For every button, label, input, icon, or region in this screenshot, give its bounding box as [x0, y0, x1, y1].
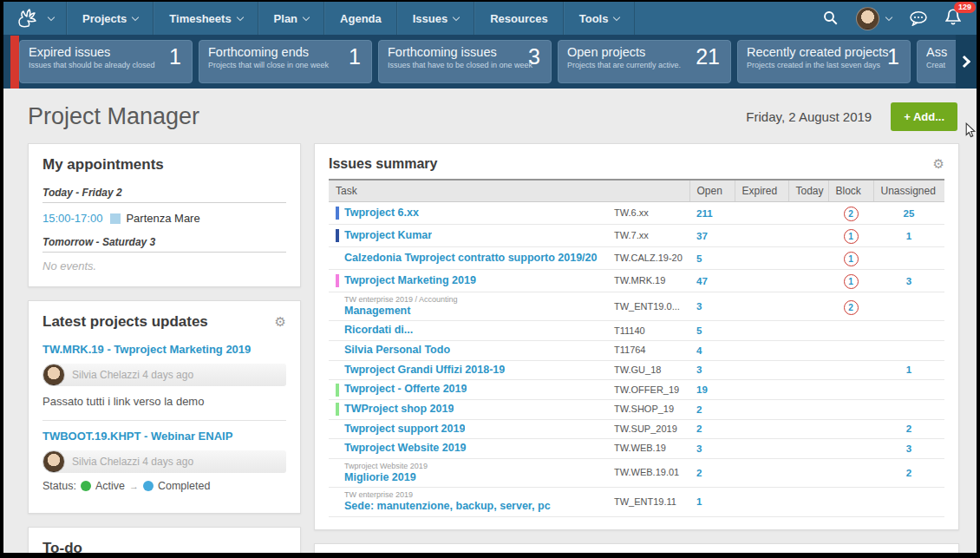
unassigned-count[interactable]: 2 [873, 458, 944, 487]
expired-count [735, 321, 788, 341]
column-header-expired[interactable]: Expired [735, 180, 788, 202]
unassigned-count[interactable]: 1 [873, 360, 944, 380]
issue-summary-row: Twproject Website 2019 TW.WEB.19 3 [329, 439, 944, 459]
task-link[interactable]: Twproject - Offerte 2019 [344, 383, 467, 397]
block-count-badge[interactable]: 1 [844, 252, 859, 266]
unassigned-count[interactable]: 3 [873, 270, 944, 292]
open-count[interactable]: 3 [689, 360, 735, 380]
user-menu[interactable] [856, 7, 892, 30]
unassigned-count[interactable] [873, 321, 944, 341]
issues-summary-panel: Issues summary ⚙ Task Open Expired [314, 143, 959, 530]
gear-icon[interactable]: ⚙ [275, 316, 286, 329]
block-count-badge[interactable]: 2 [844, 300, 859, 315]
stat-card[interactable]: Forthcoming issues 3 Issues that have to… [378, 40, 552, 83]
task-link[interactable]: Sede: manutenzione, backup, server, pc [344, 500, 551, 514]
stat-card-title: Forthcoming issues [388, 45, 542, 59]
project-color-bar [336, 344, 339, 357]
column-header-task[interactable]: Task [329, 180, 689, 202]
expired-count [735, 360, 788, 380]
unassigned-count[interactable]: 1 [873, 225, 944, 247]
open-count[interactable]: 1 [689, 488, 735, 516]
gear-icon[interactable]: ⚙ [933, 158, 944, 171]
nav-menu-item[interactable]: Resources [474, 2, 563, 35]
stat-card[interactable]: Recently created projects 1 Projects cre… [737, 40, 911, 83]
nav-menu-item[interactable]: Tools [564, 2, 636, 35]
stat-card[interactable]: Expired issues 1 Issues that should be a… [19, 40, 193, 83]
column-header-today[interactable]: Today [788, 180, 828, 202]
header-right: Friday, 2 August 2019 + Add... [746, 102, 957, 131]
stat-card[interactable]: Open projects 21 Projects that are curre… [558, 40, 731, 83]
nav-menu-item[interactable]: Plan [258, 2, 324, 35]
open-count[interactable]: 4 [689, 341, 735, 361]
add-button[interactable]: + Add... [891, 102, 957, 131]
open-count[interactable]: 2 [689, 419, 735, 439]
appointments-tomorrow-header: Tomorrow - Saturday 3 [42, 230, 286, 253]
block-count-badge[interactable]: 2 [844, 207, 859, 221]
expired-count [735, 399, 788, 419]
open-count[interactable]: 37 [689, 225, 735, 247]
expired-count [735, 458, 788, 487]
unassigned-count[interactable] [873, 247, 944, 270]
app-logo-menu[interactable] [3, 2, 67, 35]
unassigned-count[interactable] [873, 399, 944, 419]
task-code: TW.SUP_2019 [607, 419, 689, 439]
task-link[interactable]: Twproject Grandi Uffizi 2018-19 [344, 364, 505, 377]
task-link[interactable]: Twproject Kumar [344, 229, 432, 243]
project-link[interactable]: TWBOOT.19.KHPT - Webinar ENAIP [42, 430, 286, 443]
unassigned-count[interactable] [873, 292, 944, 321]
search-icon[interactable] [823, 10, 839, 26]
open-count[interactable]: 211 [689, 202, 735, 225]
update-note: Passato tutti i link verso la demo [42, 395, 286, 408]
task-link[interactable]: Twproject support 2019 [344, 423, 465, 437]
expired-count [735, 292, 788, 321]
task-link[interactable]: Calzedonia Twproject contratto supporto … [344, 252, 598, 266]
column-header-open[interactable]: Open [689, 180, 735, 202]
task-link[interactable]: Ricordati di... [344, 324, 413, 338]
issue-summary-row: TW enterprise 2019 Sede: manutenzione, b… [329, 488, 944, 516]
task-link[interactable]: Twproject 6.xx [344, 207, 419, 220]
task-link[interactable]: Management [344, 305, 458, 318]
update-entry: TW.MRK.19 - Twproject Marketing 2019 Sil… [42, 338, 286, 417]
project-color-bar [336, 207, 339, 220]
block-count-badge[interactable]: 1 [844, 274, 859, 289]
chat-icon[interactable] [909, 10, 928, 26]
task-link[interactable]: Twproject Website 2019 [344, 442, 467, 456]
open-count[interactable]: 3 [689, 292, 735, 321]
issues-table-body: Twproject 6.xx TW.6.xx 211 [329, 202, 944, 517]
today-count [788, 270, 828, 292]
block-count-badge[interactable]: 1 [844, 229, 859, 244]
task-link[interactable]: Twproject Marketing 2019 [344, 274, 476, 288]
appointment-item[interactable]: 15:00-17:00 Partenza Mare [42, 203, 286, 230]
issues-table-header: Task Open Expired Today Block Unassigned [329, 180, 944, 202]
nav-menu-item[interactable]: Agenda [324, 2, 397, 35]
unassigned-count[interactable]: 25 [873, 202, 944, 225]
nav-menu-item[interactable]: Projects [67, 2, 154, 35]
stat-card-value: 3 [528, 44, 540, 69]
column-header-block[interactable]: Block [828, 180, 873, 202]
task-link[interactable]: Silvia Personal Todo [344, 344, 450, 358]
open-count[interactable]: 3 [689, 439, 735, 459]
nav-menu-item[interactable]: Timesheets [154, 2, 258, 35]
unassigned-count[interactable] [873, 488, 944, 516]
unassigned-count[interactable]: 3 [873, 439, 944, 459]
issue-summary-row: Twproject Kumar TW.7.xx 37 [329, 225, 944, 247]
chevron-down-icon [453, 13, 460, 20]
nav-menu-item[interactable]: Issues [397, 2, 474, 35]
stat-card[interactable]: Forthcoming ends 1 Projects that will cl… [199, 40, 372, 83]
open-count[interactable]: 19 [689, 380, 735, 400]
unassigned-count[interactable]: 2 [873, 419, 944, 439]
open-count[interactable]: 2 [689, 458, 735, 487]
unassigned-count[interactable] [873, 380, 944, 400]
open-count[interactable]: 2 [689, 399, 735, 419]
nav-menu-item-label: Projects [82, 12, 127, 25]
stat-cards-next-button[interactable] [956, 35, 977, 89]
notifications-button[interactable]: 129 [945, 8, 961, 29]
open-count[interactable]: 5 [689, 247, 735, 270]
open-count[interactable]: 47 [689, 270, 735, 292]
open-count[interactable]: 5 [689, 321, 735, 341]
project-link[interactable]: TW.MRK.19 - Twproject Marketing 2019 [42, 343, 286, 356]
task-link[interactable]: Migliorie 2019 [344, 471, 428, 485]
unassigned-count[interactable] [873, 341, 944, 361]
column-header-unassigned[interactable]: Unassigned [873, 180, 944, 202]
task-link[interactable]: TWProject shop 2019 [344, 403, 454, 417]
